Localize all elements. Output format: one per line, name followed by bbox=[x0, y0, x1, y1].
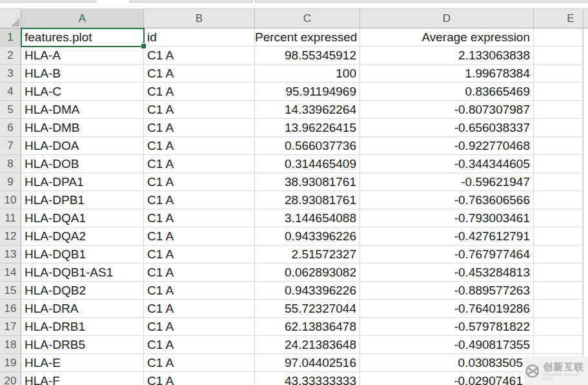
cell-E18[interactable] bbox=[534, 336, 583, 354]
cell-E6[interactable] bbox=[534, 119, 583, 137]
row-header-18[interactable]: 18 bbox=[0, 336, 21, 354]
cell-E15[interactable] bbox=[534, 282, 583, 300]
cell-B9[interactable]: C1 A bbox=[144, 173, 255, 191]
cell-C15[interactable]: 0.943396226 bbox=[255, 282, 360, 300]
cell-B11[interactable]: C1 A bbox=[144, 209, 255, 227]
row-header-1[interactable]: 1 bbox=[0, 28, 21, 47]
cell-C1[interactable]: Percent expressed bbox=[255, 28, 360, 47]
cell-E12[interactable] bbox=[534, 227, 583, 245]
cell-A7[interactable]: HLA-DOA bbox=[21, 137, 144, 155]
cell-B6[interactable]: C1 A bbox=[144, 119, 255, 137]
cell-A11[interactable]: HLA-DQA1 bbox=[21, 209, 144, 227]
cell-C11[interactable]: 3.144654088 bbox=[255, 209, 360, 227]
cell-C7[interactable]: 0.566037736 bbox=[255, 137, 360, 155]
cell-C17[interactable]: 62.13836478 bbox=[255, 318, 360, 336]
row-header-17[interactable]: 17 bbox=[0, 318, 21, 336]
cell-E16[interactable] bbox=[534, 300, 583, 318]
cell-B1[interactable]: id bbox=[144, 28, 255, 47]
row-header-8[interactable]: 8 bbox=[0, 155, 21, 173]
cell-C8[interactable]: 0.314465409 bbox=[255, 155, 360, 173]
cell-C5[interactable]: 14.33962264 bbox=[255, 101, 360, 119]
row-header-14[interactable]: 14 bbox=[0, 264, 21, 282]
column-header-D[interactable]: D bbox=[360, 9, 534, 28]
cell-A16[interactable]: HLA-DRA bbox=[21, 300, 144, 318]
cell-D1[interactable]: Average expression bbox=[360, 28, 534, 47]
cell-A8[interactable]: HLA-DOB bbox=[21, 155, 144, 173]
cell-A9[interactable]: HLA-DPA1 bbox=[21, 173, 144, 191]
cell-A14[interactable]: HLA-DQB1-AS1 bbox=[21, 264, 144, 282]
cell-A17[interactable]: HLA-DRB1 bbox=[21, 318, 144, 336]
cell-E9[interactable] bbox=[534, 173, 583, 191]
cell-A10[interactable]: HLA-DPB1 bbox=[21, 191, 144, 209]
cell-D14[interactable]: -0.453284813 bbox=[360, 264, 534, 282]
cell-E11[interactable] bbox=[534, 209, 583, 227]
row-header-6[interactable]: 6 bbox=[0, 119, 21, 137]
cell-E13[interactable] bbox=[534, 245, 583, 264]
cell-E2[interactable] bbox=[534, 47, 583, 65]
cell-B19[interactable]: C1 A bbox=[144, 354, 255, 372]
cell-B17[interactable]: C1 A bbox=[144, 318, 255, 336]
cell-C14[interactable]: 0.062893082 bbox=[255, 264, 360, 282]
cell-D19[interactable]: 0.03083505 bbox=[360, 354, 534, 372]
cell-A15[interactable]: HLA-DQB2 bbox=[21, 282, 144, 300]
cell-B10[interactable]: C1 A bbox=[144, 191, 255, 209]
row-header-16[interactable]: 16 bbox=[0, 300, 21, 318]
row-header-15[interactable]: 15 bbox=[0, 282, 21, 300]
fill-handle[interactable] bbox=[141, 43, 147, 49]
cell-E7[interactable] bbox=[534, 137, 583, 155]
cell-C2[interactable]: 98.55345912 bbox=[255, 47, 360, 65]
cell-B13[interactable]: C1 A bbox=[144, 245, 255, 264]
cell-D5[interactable]: -0.807307987 bbox=[360, 101, 534, 119]
cell-D16[interactable]: -0.764019286 bbox=[360, 300, 534, 318]
cell-A4[interactable]: HLA-C bbox=[21, 83, 144, 101]
cell-E14[interactable] bbox=[534, 264, 583, 282]
cell-D6[interactable]: -0.656038337 bbox=[360, 119, 534, 137]
column-header-E[interactable]: E bbox=[534, 9, 588, 28]
cell-B12[interactable]: C1 A bbox=[144, 227, 255, 245]
cell-D9[interactable]: -0.59621947 bbox=[360, 173, 534, 191]
row-header-12[interactable]: 12 bbox=[0, 227, 21, 245]
row-header-5[interactable]: 5 bbox=[0, 101, 21, 119]
cell-D4[interactable]: 0.83665469 bbox=[360, 83, 534, 101]
cell-A18[interactable]: HLA-DRB5 bbox=[21, 336, 144, 354]
cell-E3[interactable] bbox=[534, 65, 583, 83]
cell-D3[interactable]: 1.99678384 bbox=[360, 65, 534, 83]
cell-A13[interactable]: HLA-DQB1 bbox=[21, 245, 144, 264]
cell-C3[interactable]: 100 bbox=[255, 65, 360, 83]
cell-D18[interactable]: -0.490817355 bbox=[360, 336, 534, 354]
cell-B18[interactable]: C1 A bbox=[144, 336, 255, 354]
row-header-11[interactable]: 11 bbox=[0, 209, 21, 227]
select-all-corner[interactable] bbox=[0, 9, 21, 28]
cell-A5[interactable]: HLA-DMA bbox=[21, 101, 144, 119]
cell-B4[interactable]: C1 A bbox=[144, 83, 255, 101]
cell-D17[interactable]: -0.579781822 bbox=[360, 318, 534, 336]
cell-B7[interactable]: C1 A bbox=[144, 137, 255, 155]
cell-B16[interactable]: C1 A bbox=[144, 300, 255, 318]
cell-C19[interactable]: 97.04402516 bbox=[255, 354, 360, 372]
cell-C4[interactable]: 95.91194969 bbox=[255, 83, 360, 101]
cell-E5[interactable] bbox=[534, 101, 583, 119]
cell-C20[interactable]: 43.33333333 bbox=[255, 372, 360, 385]
cell-C10[interactable]: 28.93081761 bbox=[255, 191, 360, 209]
row-header-13[interactable]: 13 bbox=[0, 245, 21, 264]
cell-C16[interactable]: 55.72327044 bbox=[255, 300, 360, 318]
cell-A1[interactable]: features.plot bbox=[21, 28, 144, 47]
cell-B15[interactable]: C1 A bbox=[144, 282, 255, 300]
column-header-C[interactable]: C bbox=[255, 9, 360, 28]
cell-D12[interactable]: -0.427612791 bbox=[360, 227, 534, 245]
cell-A20[interactable]: HLA-F bbox=[21, 372, 144, 385]
column-header-A[interactable]: A bbox=[21, 9, 144, 28]
cell-B3[interactable]: C1 A bbox=[144, 65, 255, 83]
cell-B2[interactable]: C1 A bbox=[144, 47, 255, 65]
row-header-3[interactable]: 3 bbox=[0, 65, 21, 83]
cell-B8[interactable]: C1 A bbox=[144, 155, 255, 173]
cell-D20[interactable]: -0.02907461 bbox=[360, 372, 534, 385]
cell-E17[interactable] bbox=[534, 318, 583, 336]
cell-D2[interactable]: 2.133063838 bbox=[360, 47, 534, 65]
cell-D8[interactable]: -0.344344605 bbox=[360, 155, 534, 173]
cell-A3[interactable]: HLA-B bbox=[21, 65, 144, 83]
row-header-19[interactable]: 19 bbox=[0, 354, 21, 372]
cell-C6[interactable]: 13.96226415 bbox=[255, 119, 360, 137]
row-header-7[interactable]: 7 bbox=[0, 137, 21, 155]
row-header-20[interactable]: 20 bbox=[0, 372, 21, 385]
